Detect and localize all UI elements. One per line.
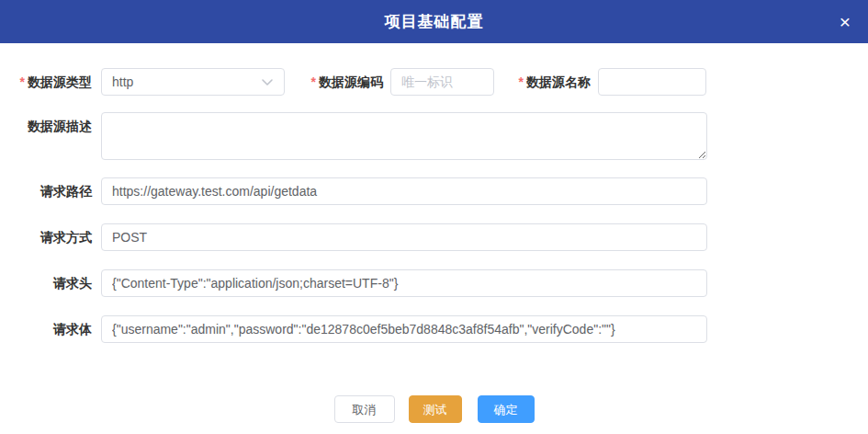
datasource-type-select[interactable]: http	[101, 68, 285, 96]
required-mark: *	[20, 74, 25, 89]
request-path-label: 请求路径	[0, 177, 101, 205]
request-body-input[interactable]	[101, 315, 707, 343]
dialog-title: 项目基础配置	[385, 11, 484, 32]
request-body-label: 请求体	[0, 315, 101, 343]
test-button[interactable]: 测试	[409, 395, 462, 423]
form-row-request-headers: 请求头	[0, 269, 868, 297]
request-method-label: 请求方式	[0, 223, 101, 251]
cancel-button[interactable]: 取消	[334, 395, 395, 423]
form-row-request-method: 请求方式	[0, 223, 868, 251]
dialog-header: 项目基础配置 ×	[0, 0, 868, 43]
close-icon[interactable]: ×	[831, 8, 859, 36]
dialog-body: *数据源类型 http *数据源编码 *数据源名称 数据源描述 请求路径 请求方…	[0, 43, 868, 423]
form-row-request-path: 请求路径	[0, 177, 868, 205]
datasource-code-label: *数据源编码	[285, 68, 390, 96]
required-mark: *	[311, 74, 316, 89]
datasource-code-input[interactable]	[390, 68, 494, 96]
datasource-desc-textarea[interactable]	[101, 112, 707, 160]
datasource-name-label: *数据源名称	[494, 68, 598, 96]
dialog-footer: 取消 测试 确定	[0, 395, 868, 423]
form-row-request-body: 请求体	[0, 315, 868, 343]
chevron-down-icon	[261, 78, 274, 86]
datasource-type-label: *数据源类型	[0, 68, 101, 96]
confirm-button[interactable]: 确定	[478, 395, 535, 423]
datasource-name-input[interactable]	[598, 68, 706, 96]
project-config-dialog: 项目基础配置 × *数据源类型 http *数据源编码 *数据源名称 数据源描述…	[0, 0, 868, 423]
request-path-input[interactable]	[101, 177, 707, 205]
request-method-input[interactable]	[101, 223, 707, 251]
datasource-type-value: http	[112, 74, 133, 89]
datasource-desc-label: 数据源描述	[0, 112, 101, 140]
form-row-description: 数据源描述	[0, 112, 868, 160]
form-row-datasource: *数据源类型 http *数据源编码 *数据源名称	[0, 68, 868, 96]
request-headers-input[interactable]	[101, 269, 707, 297]
request-headers-label: 请求头	[0, 269, 101, 297]
required-mark: *	[519, 74, 524, 89]
